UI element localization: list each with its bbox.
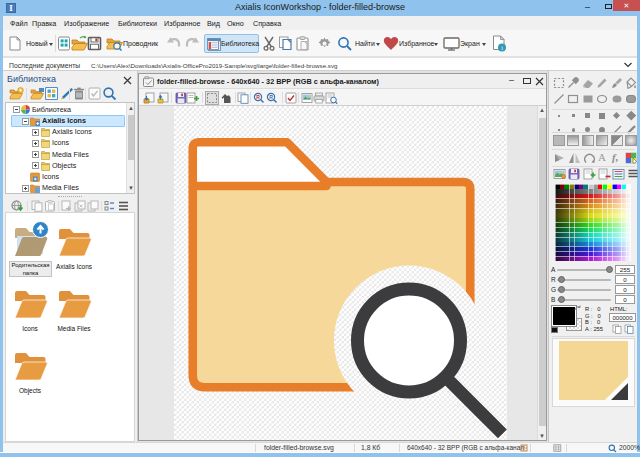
svg-text:R: R bbox=[269, 94, 273, 100]
svg-text:R: R bbox=[256, 94, 260, 100]
